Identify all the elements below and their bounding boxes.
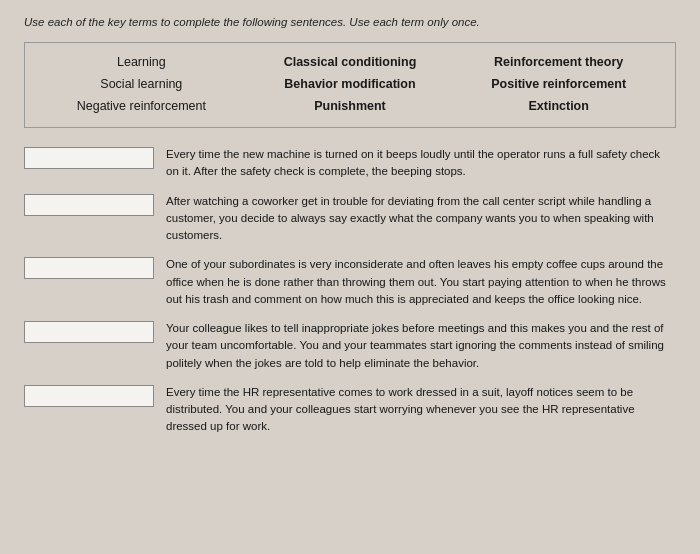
question-row-5: Every time the HR representative comes t… [24,384,676,436]
term-punishment: Punishment [250,97,451,115]
question-row-1: Every time the new machine is turned on … [24,146,676,181]
answer-input-1[interactable] [24,147,154,169]
question-text-2: After watching a coworker get in trouble… [166,193,676,245]
answer-input-2[interactable] [24,194,154,216]
term-extinction: Extinction [458,97,659,115]
answer-input-5[interactable] [24,385,154,407]
question-text-3: One of your subordinates is very inconsi… [166,256,676,308]
question-text-1: Every time the new machine is turned on … [166,146,676,181]
questions-section: Every time the new machine is turned on … [24,146,676,436]
term-positive-reinforcement: Positive reinforcement [458,75,659,93]
term-classical-conditioning: Classical conditioning [250,53,451,71]
answer-input-4[interactable] [24,321,154,343]
term-social-learning: Social learning [41,75,242,93]
question-row-3: One of your subordinates is very inconsi… [24,256,676,308]
terms-box: Learning Classical conditioning Reinforc… [24,42,676,128]
instructions-text: Use each of the key terms to complete th… [24,16,676,28]
question-row-4: Your colleague likes to tell inappropria… [24,320,676,372]
term-negative-reinforcement: Negative reinforcement [41,97,242,115]
term-learning: Learning [41,53,242,71]
question-row-2: After watching a coworker get in trouble… [24,193,676,245]
term-behavior-modification: Behavior modification [250,75,451,93]
question-text-5: Every time the HR representative comes t… [166,384,676,436]
answer-input-3[interactable] [24,257,154,279]
term-reinforcement-theory: Reinforcement theory [458,53,659,71]
question-text-4: Your colleague likes to tell inappropria… [166,320,676,372]
terms-grid: Learning Classical conditioning Reinforc… [41,53,659,115]
